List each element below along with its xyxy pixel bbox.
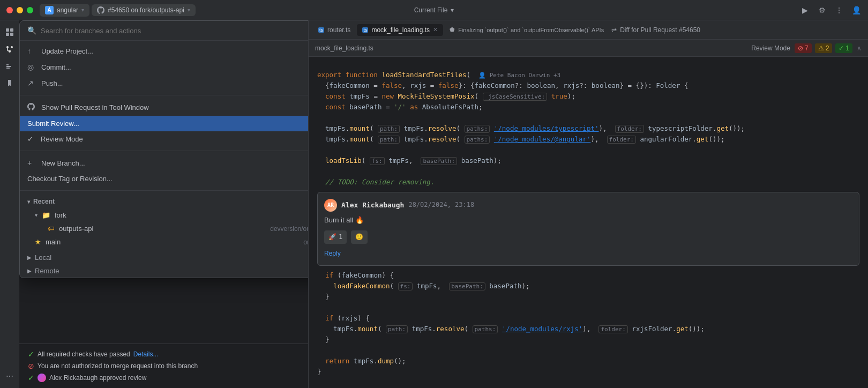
maximize-button[interactable] [27,7,33,13]
tab-diff-pr[interactable]: ⇌ Diff for Pull Request #54650 [606,24,706,36]
divider [20,151,309,151]
code-toolbar: mock_file_loading.ts Review Mode ⊘ 7 ⚠ 2… [309,40,868,57]
item-label: New Branch... [41,159,309,167]
dropdown-search-bar: 🔍 ⊞ ⚙ [20,21,309,41]
expand-icon[interactable]: ∧ [857,44,862,52]
code-content: export function loadStandardTestFiles( 👤… [317,59,859,80]
diff-icon: ⇌ [611,26,617,34]
tab-label: Finalizing `output()` and `outputFromObs… [458,27,605,33]
code-content: const basePath = '/' as AbsoluteFsPath; [317,102,859,113]
code-line: loadFakeCommon( fs: tmpFs, basePath: bas… [309,281,868,292]
code-content [317,145,859,155]
show-pr-item[interactable]: Show Pull Request in Tool Window [20,99,309,116]
new-branch-item[interactable]: + New Branch... ⌥⌘N [20,155,309,171]
code-content: tmpFs.mount( path: tmpFs.resolve( paths:… [317,324,859,334]
check-icon: ✓ [28,350,34,359]
minimize-button[interactable] [17,7,23,13]
code-line: {fakeCommon = false, rxjs = false}: {fak… [309,80,868,91]
comment-reactions: 🚀 1 🙂 [324,230,852,244]
title-bar-center: Current File ▾ [414,6,454,14]
code-content: loadTsLib( fs: tmpFs, basePath: basePath… [317,155,859,166]
commit-icon: ◎ [27,63,36,71]
review-mode-label: Review Mode [751,44,790,52]
search-input[interactable] [41,27,309,35]
details-link[interactable]: Details... [133,350,159,358]
code-panel: ts router.ts ts mock_file_loading.ts ✕ ⬟… [309,20,868,388]
commit-item[interactable]: ◎ Commit... ⌘K [20,59,309,75]
svg-point-5 [11,46,13,48]
ts-icon: ts [318,27,324,33]
item-label: Checkout Tag or Revision... [27,175,309,183]
reply-button[interactable]: Reply [324,250,341,257]
code-line: const basePath = '/' as AbsoluteFsPath; [309,102,868,113]
branch-actions-section: + New Branch... ⌥⌘N Checkout Tag or Revi… [20,153,309,189]
sidebar-icon-structure[interactable] [2,59,17,74]
tab-mock-file-loading[interactable]: ts mock_file_loading.ts ✕ [357,24,443,36]
pr-tab[interactable]: #54650 on fork/outputs-api ▾ [92,4,196,16]
remote-label: origin/main › [303,238,309,246]
checkout-tag-item[interactable]: Checkout Tag or Revision... [20,171,309,186]
run-button[interactable]: ▶ [799,5,810,16]
branch-label: outputs-api [59,225,266,233]
error-badge: ⊘ 7 [795,43,812,53]
pr-tab-label: #54650 on fork/outputs-api [108,6,184,14]
tab-pr-finalizing[interactable]: ⬟ Finalizing `output()` and `outputFromO… [444,24,605,35]
emoji-icon: 🙂 [355,232,363,242]
warning-badge: ⚠ 2 [815,43,833,53]
group-label: fork [55,211,309,219]
code-content [317,113,859,123]
code-line: } [309,367,868,377]
recent-header: ▾ Recent [20,195,309,208]
update-project-item[interactable]: ↑ Update Project... ⌘T [20,43,309,59]
item-label: Review Mode [41,135,309,143]
code-line: if (fakeCommon) { [309,270,868,281]
more-icon[interactable]: ⋮ [834,5,844,16]
tree-fork-group[interactable]: ▾ 📁 fork [20,208,309,222]
rocket-reaction[interactable]: 🚀 1 [324,230,347,244]
review-mode-item[interactable]: ✓ Review Mode [20,131,309,147]
main-branch[interactable]: ★ main origin/main › [20,235,309,249]
repo-tab[interactable]: A angular ▾ [40,4,89,17]
code-line: tmpFs.mount( path: tmpFs.resolve( paths:… [309,134,868,145]
comment-date: 28/02/2024, 23:18 [408,200,474,210]
item-label: Show Pull Request in Tool Window [41,103,309,111]
sidebar-icon-bookmark[interactable] [2,76,17,91]
plus-icon: + [27,159,36,167]
add-reaction-button[interactable]: 🙂 [351,230,368,244]
tab-group: A angular ▾ #54650 on fork/outputs-api ▾ [40,4,196,17]
gear-icon[interactable]: ⚙ [817,5,827,16]
tab-router-ts[interactable]: ts router.ts [313,24,356,36]
github-icon [97,6,104,14]
person-icon[interactable]: 👤 [851,5,862,16]
outputs-api-branch[interactable]: 🏷 outputs-api devversion/outputs-api › [20,222,309,235]
dropdown-actions-section: ↑ Update Project... ⌘T ◎ Commit... ⌘K ↗ … [20,41,309,93]
code-line: tmpFs.mount( path: tmpFs.resolve( paths:… [309,324,868,334]
push-item[interactable]: ↗ Push... ⇧⌘K [20,75,309,91]
tab-close-button[interactable]: ✕ [433,26,438,33]
close-button[interactable] [6,7,13,13]
local-section[interactable]: ▶ Local [20,251,309,264]
remote-section[interactable]: ▶ Remote [20,264,309,278]
item-label: Update Project... [41,47,309,55]
status-approved: ✓ Alex Rickabaugh approved review [28,372,300,384]
comment-header: AR Alex Rickabaugh 28/02/2024, 23:18 [324,199,852,212]
sidebar-icon-more[interactable]: ⋯ [2,369,17,384]
sidebar-icon-project[interactable] [2,25,17,40]
code-content: {fakeCommon = false, rxjs = false}: {fak… [317,80,859,91]
comment-author: Alex Rickabaugh [341,200,404,211]
error-icon: ⊘ [798,44,803,52]
traffic-lights [6,7,33,13]
tag-icon: 🏷 [48,225,55,233]
submit-review-item[interactable]: Submit Review... [20,116,309,131]
code-line: } [309,334,868,345]
code-content: } [317,367,859,377]
title-bar: A angular ▾ #54650 on fork/outputs-api ▾… [0,0,868,20]
update-icon: ↑ [27,47,36,55]
chevron-right-icon: ▶ [27,268,32,274]
code-content: if (fakeCommon) { [317,270,859,281]
svg-rect-2 [6,33,9,36]
status-text: All required checks have passed [38,350,130,358]
sidebar-icon-git[interactable] [2,42,17,57]
chevron-down-icon: ▾ [451,6,454,14]
code-area: export function loadStandardTestFiles( 👤… [309,57,868,388]
